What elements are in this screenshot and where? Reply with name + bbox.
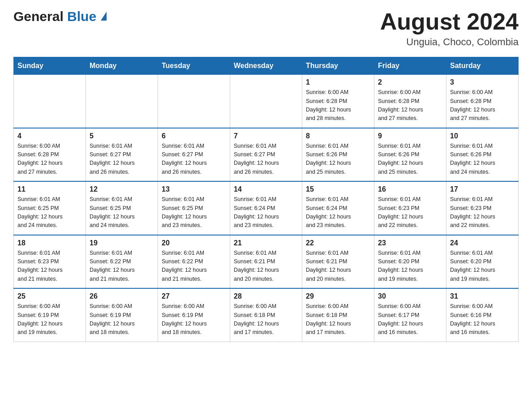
day-number: 20 [162,239,226,247]
location-title: Unguia, Choco, Colombia [380,36,519,48]
cell-details: Sunrise: 6:00 AM Sunset: 6:28 PM Dayligh… [17,142,82,177]
month-title: August 2024 [380,9,519,34]
cell-details: Sunrise: 6:00 AM Sunset: 6:18 PM Dayligh… [306,302,370,337]
cell-details: Sunrise: 6:01 AM Sunset: 6:27 PM Dayligh… [234,142,298,177]
weekday-header-sunday: Sunday [14,57,86,75]
day-number: 19 [90,239,154,247]
calendar-cell: 10Sunrise: 6:01 AM Sunset: 6:26 PM Dayli… [446,128,519,182]
weekday-header-thursday: Thursday [302,57,374,75]
cell-details: Sunrise: 6:01 AM Sunset: 6:25 PM Dayligh… [17,195,82,230]
cell-details: Sunrise: 6:01 AM Sunset: 6:25 PM Dayligh… [162,195,226,230]
title-section: August 2024 Unguia, Choco, Colombia [380,9,519,48]
cell-details: Sunrise: 6:01 AM Sunset: 6:24 PM Dayligh… [306,195,370,230]
day-number: 5 [90,132,154,140]
weekday-header-monday: Monday [86,57,158,75]
calendar-cell: 21Sunrise: 6:01 AM Sunset: 6:21 PM Dayli… [230,235,302,289]
day-number: 22 [306,239,370,247]
cell-details: Sunrise: 6:00 AM Sunset: 6:17 PM Dayligh… [378,302,442,337]
logo: General Blue [13,9,107,24]
weekday-header-saturday: Saturday [446,57,519,75]
cell-details: Sunrise: 6:01 AM Sunset: 6:26 PM Dayligh… [378,142,442,177]
cell-details: Sunrise: 6:01 AM Sunset: 6:25 PM Dayligh… [90,195,154,230]
cell-details: Sunrise: 6:01 AM Sunset: 6:27 PM Dayligh… [162,142,226,177]
day-number: 14 [234,185,298,193]
day-number: 13 [162,185,226,193]
calendar-cell: 27Sunrise: 6:00 AM Sunset: 6:19 PM Dayli… [158,288,230,342]
cell-details: Sunrise: 6:00 AM Sunset: 6:18 PM Dayligh… [234,302,298,337]
calendar-cell: 18Sunrise: 6:01 AM Sunset: 6:23 PM Dayli… [14,235,86,289]
day-number: 6 [162,132,226,140]
calendar-cell: 28Sunrise: 6:00 AM Sunset: 6:18 PM Dayli… [230,288,302,342]
cell-details: Sunrise: 6:01 AM Sunset: 6:26 PM Dayligh… [450,142,515,177]
calendar-cell: 4Sunrise: 6:00 AM Sunset: 6:28 PM Daylig… [14,128,86,182]
day-number: 21 [234,239,298,247]
cell-details: Sunrise: 6:00 AM Sunset: 6:28 PM Dayligh… [450,88,515,123]
weekday-header-tuesday: Tuesday [158,57,230,75]
calendar-cell: 7Sunrise: 6:01 AM Sunset: 6:27 PM Daylig… [230,128,302,182]
calendar-cell: 5Sunrise: 6:01 AM Sunset: 6:27 PM Daylig… [86,128,158,182]
day-number: 26 [90,292,154,300]
day-number: 16 [378,185,442,193]
week-row-5: 25Sunrise: 6:00 AM Sunset: 6:19 PM Dayli… [14,288,519,342]
calendar-table: SundayMondayTuesdayWednesdayThursdayFrid… [13,57,519,342]
calendar-cell: 3Sunrise: 6:00 AM Sunset: 6:28 PM Daylig… [446,75,519,128]
calendar-cell: 31Sunrise: 6:00 AM Sunset: 6:16 PM Dayli… [446,288,519,342]
calendar-cell [158,75,230,128]
calendar-cell: 11Sunrise: 6:01 AM Sunset: 6:25 PM Dayli… [14,181,86,235]
calendar-cell: 1Sunrise: 6:00 AM Sunset: 6:28 PM Daylig… [302,75,374,128]
calendar-cell: 13Sunrise: 6:01 AM Sunset: 6:25 PM Dayli… [158,181,230,235]
cell-details: Sunrise: 6:01 AM Sunset: 6:20 PM Dayligh… [378,249,442,284]
weekday-header-row: SundayMondayTuesdayWednesdayThursdayFrid… [14,57,519,75]
calendar-cell [14,75,86,128]
logo-blue-text: Blue [64,9,107,24]
cell-details: Sunrise: 6:00 AM Sunset: 6:16 PM Dayligh… [450,302,515,337]
page-header: General Blue August 2024 Unguia, Choco, … [13,9,519,48]
day-number: 15 [306,185,370,193]
logo-general: General [13,9,64,24]
cell-details: Sunrise: 6:01 AM Sunset: 6:23 PM Dayligh… [450,195,515,230]
cell-details: Sunrise: 6:01 AM Sunset: 6:22 PM Dayligh… [162,249,226,284]
cell-details: Sunrise: 6:00 AM Sunset: 6:19 PM Dayligh… [17,302,82,337]
day-number: 23 [378,239,442,247]
day-number: 1 [306,78,370,86]
cell-details: Sunrise: 6:00 AM Sunset: 6:19 PM Dayligh… [162,302,226,337]
cell-details: Sunrise: 6:00 AM Sunset: 6:19 PM Dayligh… [90,302,154,337]
day-number: 7 [234,132,298,140]
cell-details: Sunrise: 6:01 AM Sunset: 6:22 PM Dayligh… [90,249,154,284]
cell-details: Sunrise: 6:01 AM Sunset: 6:26 PM Dayligh… [306,142,370,177]
calendar-cell: 16Sunrise: 6:01 AM Sunset: 6:23 PM Dayli… [374,181,446,235]
week-row-3: 11Sunrise: 6:01 AM Sunset: 6:25 PM Dayli… [14,181,519,235]
calendar-cell: 2Sunrise: 6:00 AM Sunset: 6:28 PM Daylig… [374,75,446,128]
day-number: 25 [17,292,82,300]
calendar-cell: 25Sunrise: 6:00 AM Sunset: 6:19 PM Dayli… [14,288,86,342]
cell-details: Sunrise: 6:01 AM Sunset: 6:21 PM Dayligh… [306,249,370,284]
week-row-1: 1Sunrise: 6:00 AM Sunset: 6:28 PM Daylig… [14,75,519,128]
day-number: 17 [450,185,515,193]
day-number: 29 [306,292,370,300]
day-number: 9 [378,132,442,140]
day-number: 2 [378,78,442,86]
day-number: 4 [17,132,82,140]
day-number: 12 [90,185,154,193]
weekday-header-wednesday: Wednesday [230,57,302,75]
calendar-cell: 23Sunrise: 6:01 AM Sunset: 6:20 PM Dayli… [374,235,446,289]
calendar-cell: 15Sunrise: 6:01 AM Sunset: 6:24 PM Dayli… [302,181,374,235]
day-number: 3 [450,78,515,86]
logo-triangle-icon [101,12,107,21]
calendar-cell: 20Sunrise: 6:01 AM Sunset: 6:22 PM Dayli… [158,235,230,289]
week-row-4: 18Sunrise: 6:01 AM Sunset: 6:23 PM Dayli… [14,235,519,289]
calendar-cell: 12Sunrise: 6:01 AM Sunset: 6:25 PM Dayli… [86,181,158,235]
cell-details: Sunrise: 6:00 AM Sunset: 6:28 PM Dayligh… [306,88,370,123]
week-row-2: 4Sunrise: 6:00 AM Sunset: 6:28 PM Daylig… [14,128,519,182]
calendar-cell: 14Sunrise: 6:01 AM Sunset: 6:24 PM Dayli… [230,181,302,235]
day-number: 8 [306,132,370,140]
calendar-cell: 26Sunrise: 6:00 AM Sunset: 6:19 PM Dayli… [86,288,158,342]
calendar-cell: 22Sunrise: 6:01 AM Sunset: 6:21 PM Dayli… [302,235,374,289]
calendar-cell [230,75,302,128]
day-number: 30 [378,292,442,300]
weekday-header-friday: Friday [374,57,446,75]
calendar-cell: 24Sunrise: 6:01 AM Sunset: 6:20 PM Dayli… [446,235,519,289]
calendar-cell: 17Sunrise: 6:01 AM Sunset: 6:23 PM Dayli… [446,181,519,235]
calendar-cell: 9Sunrise: 6:01 AM Sunset: 6:26 PM Daylig… [374,128,446,182]
cell-details: Sunrise: 6:01 AM Sunset: 6:24 PM Dayligh… [234,195,298,230]
